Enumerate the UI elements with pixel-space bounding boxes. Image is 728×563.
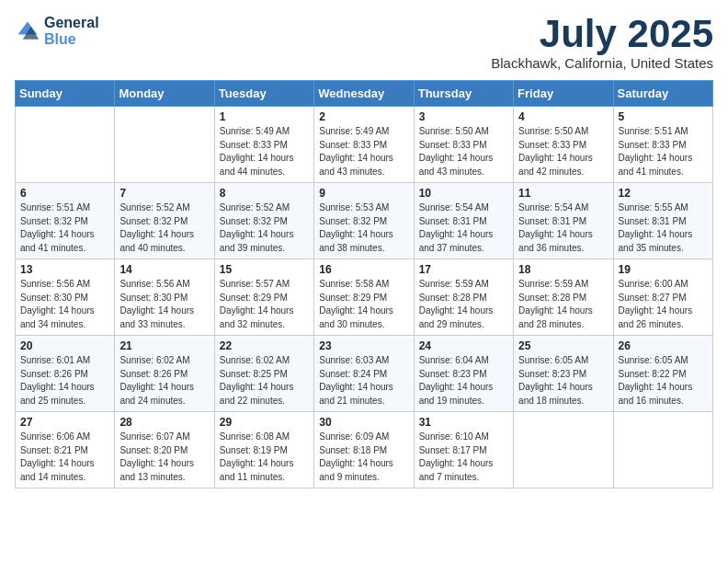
- day-number: 28: [119, 416, 209, 429]
- week-row-5: 27Sunrise: 6:06 AM Sunset: 8:21 PM Dayli…: [16, 412, 713, 488]
- calendar-cell: 8Sunrise: 5:52 AM Sunset: 8:32 PM Daylig…: [214, 183, 313, 259]
- day-number: 30: [319, 416, 408, 429]
- day-info: Sunrise: 5:57 AM Sunset: 8:29 PM Dayligh…: [220, 278, 309, 331]
- calendar-cell: 28Sunrise: 6:07 AM Sunset: 8:20 PM Dayli…: [115, 412, 214, 488]
- calendar-cell: 21Sunrise: 6:02 AM Sunset: 8:26 PM Dayli…: [115, 336, 214, 412]
- day-info: Sunrise: 5:51 AM Sunset: 8:32 PM Dayligh…: [20, 201, 109, 255]
- day-number: 16: [319, 263, 408, 276]
- day-number: 3: [419, 110, 508, 123]
- day-info: Sunrise: 5:49 AM Sunset: 8:33 PM Dayligh…: [220, 125, 309, 178]
- calendar-cell: 30Sunrise: 6:09 AM Sunset: 8:18 PM Dayli…: [314, 412, 414, 488]
- calendar-cell: 11Sunrise: 5:54 AM Sunset: 8:31 PM Dayli…: [514, 183, 613, 259]
- day-info: Sunrise: 6:07 AM Sunset: 8:20 PM Dayligh…: [119, 431, 209, 484]
- day-info: Sunrise: 5:55 AM Sunset: 8:31 PM Dayligh…: [619, 201, 708, 255]
- day-info: Sunrise: 6:10 AM Sunset: 8:17 PM Dayligh…: [419, 431, 508, 484]
- location: Blackhawk, California, United States: [491, 55, 713, 71]
- calendar-cell: 19Sunrise: 6:00 AM Sunset: 8:27 PM Dayli…: [613, 259, 712, 336]
- day-number: 5: [619, 110, 708, 123]
- day-number: 4: [518, 110, 608, 123]
- weekday-header-friday: Friday: [514, 81, 613, 107]
- title-block: July 2025 Blackhawk, California, United …: [491, 15, 713, 71]
- day-number: 14: [119, 263, 209, 276]
- day-info: Sunrise: 6:02 AM Sunset: 8:26 PM Dayligh…: [119, 354, 209, 408]
- calendar-cell: 22Sunrise: 6:02 AM Sunset: 8:25 PM Dayli…: [214, 336, 313, 412]
- day-number: 12: [619, 187, 708, 200]
- calendar-cell: 17Sunrise: 5:59 AM Sunset: 8:28 PM Dayli…: [414, 259, 513, 336]
- calendar-cell: 24Sunrise: 6:04 AM Sunset: 8:23 PM Dayli…: [414, 336, 513, 412]
- logo: General Blue: [15, 15, 99, 48]
- day-info: Sunrise: 5:58 AM Sunset: 8:29 PM Dayligh…: [319, 278, 408, 331]
- week-row-4: 20Sunrise: 6:01 AM Sunset: 8:26 PM Dayli…: [16, 336, 713, 412]
- calendar-cell: 25Sunrise: 6:05 AM Sunset: 8:23 PM Dayli…: [514, 336, 613, 412]
- calendar-cell: 18Sunrise: 5:59 AM Sunset: 8:28 PM Dayli…: [514, 259, 613, 336]
- week-row-3: 13Sunrise: 5:56 AM Sunset: 8:30 PM Dayli…: [16, 259, 713, 336]
- calendar-cell: 13Sunrise: 5:56 AM Sunset: 8:30 PM Dayli…: [16, 259, 115, 336]
- day-number: 7: [119, 187, 209, 200]
- calendar-cell: 5Sunrise: 5:51 AM Sunset: 8:33 PM Daylig…: [613, 107, 712, 183]
- calendar-cell: 1Sunrise: 5:49 AM Sunset: 8:33 PM Daylig…: [214, 107, 313, 183]
- day-info: Sunrise: 6:02 AM Sunset: 8:25 PM Dayligh…: [220, 354, 309, 408]
- weekday-header-wednesday: Wednesday: [314, 81, 414, 107]
- day-info: Sunrise: 5:56 AM Sunset: 8:30 PM Dayligh…: [119, 278, 209, 331]
- calendar-cell: [514, 412, 613, 488]
- day-info: Sunrise: 5:51 AM Sunset: 8:33 PM Dayligh…: [619, 125, 708, 178]
- day-number: 22: [220, 339, 309, 352]
- day-info: Sunrise: 5:59 AM Sunset: 8:28 PM Dayligh…: [518, 278, 608, 331]
- day-info: Sunrise: 5:50 AM Sunset: 8:33 PM Dayligh…: [518, 125, 608, 178]
- day-info: Sunrise: 6:05 AM Sunset: 8:22 PM Dayligh…: [619, 354, 708, 408]
- day-info: Sunrise: 5:59 AM Sunset: 8:28 PM Dayligh…: [419, 278, 508, 331]
- week-row-2: 6Sunrise: 5:51 AM Sunset: 8:32 PM Daylig…: [16, 183, 713, 259]
- calendar-cell: 31Sunrise: 6:10 AM Sunset: 8:17 PM Dayli…: [414, 412, 513, 488]
- calendar-cell: 2Sunrise: 5:49 AM Sunset: 8:33 PM Daylig…: [314, 107, 414, 183]
- calendar-cell: 23Sunrise: 6:03 AM Sunset: 8:24 PM Dayli…: [314, 336, 414, 412]
- day-info: Sunrise: 6:05 AM Sunset: 8:23 PM Dayligh…: [518, 354, 608, 408]
- day-info: Sunrise: 6:03 AM Sunset: 8:24 PM Dayligh…: [319, 354, 408, 408]
- day-info: Sunrise: 6:08 AM Sunset: 8:19 PM Dayligh…: [220, 431, 309, 484]
- day-info: Sunrise: 5:54 AM Sunset: 8:31 PM Dayligh…: [518, 201, 608, 255]
- day-number: 31: [419, 416, 508, 429]
- day-number: 27: [20, 416, 109, 429]
- day-info: Sunrise: 6:04 AM Sunset: 8:23 PM Dayligh…: [419, 354, 508, 408]
- calendar-cell: 14Sunrise: 5:56 AM Sunset: 8:30 PM Dayli…: [115, 259, 214, 336]
- calendar-cell: 29Sunrise: 6:08 AM Sunset: 8:19 PM Dayli…: [214, 412, 313, 488]
- day-number: 2: [319, 110, 408, 123]
- day-number: 26: [619, 339, 708, 352]
- day-number: 25: [518, 339, 608, 352]
- month-title: July 2025: [491, 15, 713, 53]
- day-number: 23: [319, 339, 408, 352]
- logo-icon: [15, 18, 40, 44]
- day-info: Sunrise: 5:53 AM Sunset: 8:32 PM Dayligh…: [319, 201, 408, 255]
- calendar-cell: 15Sunrise: 5:57 AM Sunset: 8:29 PM Dayli…: [214, 259, 313, 336]
- calendar-cell: 12Sunrise: 5:55 AM Sunset: 8:31 PM Dayli…: [613, 183, 712, 259]
- day-number: 6: [20, 187, 109, 200]
- week-row-1: 1Sunrise: 5:49 AM Sunset: 8:33 PM Daylig…: [16, 107, 713, 183]
- day-number: 17: [419, 263, 508, 276]
- calendar-cell: 7Sunrise: 5:52 AM Sunset: 8:32 PM Daylig…: [115, 183, 214, 259]
- weekday-header-sunday: Sunday: [16, 81, 115, 107]
- day-number: 18: [518, 263, 608, 276]
- day-number: 9: [319, 187, 408, 200]
- calendar-cell: 9Sunrise: 5:53 AM Sunset: 8:32 PM Daylig…: [314, 183, 414, 259]
- calendar-cell: 16Sunrise: 5:58 AM Sunset: 8:29 PM Dayli…: [314, 259, 414, 336]
- weekday-header-thursday: Thursday: [414, 81, 513, 107]
- day-info: Sunrise: 6:09 AM Sunset: 8:18 PM Dayligh…: [319, 431, 408, 484]
- calendar-cell: 6Sunrise: 5:51 AM Sunset: 8:32 PM Daylig…: [16, 183, 115, 259]
- weekday-header-row: SundayMondayTuesdayWednesdayThursdayFrid…: [16, 81, 713, 107]
- weekday-header-monday: Monday: [115, 81, 214, 107]
- page-header: General Blue July 2025 Blackhawk, Califo…: [15, 15, 713, 71]
- calendar: SundayMondayTuesdayWednesdayThursdayFrid…: [15, 80, 713, 488]
- weekday-header-saturday: Saturday: [613, 81, 712, 107]
- calendar-cell: [613, 412, 712, 488]
- day-info: Sunrise: 5:56 AM Sunset: 8:30 PM Dayligh…: [20, 278, 109, 331]
- calendar-cell: 20Sunrise: 6:01 AM Sunset: 8:26 PM Dayli…: [16, 336, 115, 412]
- day-info: Sunrise: 5:54 AM Sunset: 8:31 PM Dayligh…: [419, 201, 508, 255]
- calendar-cell: 27Sunrise: 6:06 AM Sunset: 8:21 PM Dayli…: [16, 412, 115, 488]
- day-info: Sunrise: 5:52 AM Sunset: 8:32 PM Dayligh…: [119, 201, 209, 255]
- calendar-cell: 4Sunrise: 5:50 AM Sunset: 8:33 PM Daylig…: [514, 107, 613, 183]
- day-info: Sunrise: 6:01 AM Sunset: 8:26 PM Dayligh…: [20, 354, 109, 408]
- day-number: 29: [220, 416, 309, 429]
- day-number: 1: [220, 110, 309, 123]
- calendar-cell: [16, 107, 115, 183]
- day-number: 8: [220, 187, 309, 200]
- weekday-header-tuesday: Tuesday: [214, 81, 313, 107]
